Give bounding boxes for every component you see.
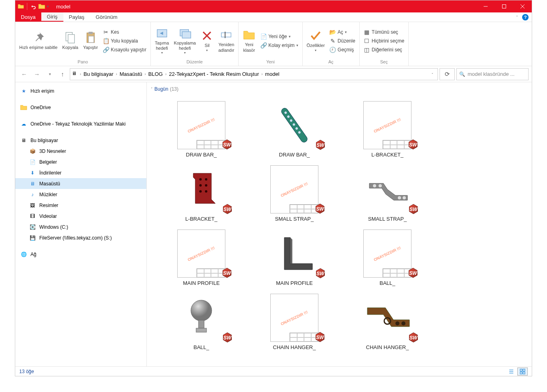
watermark: ONAYSIZDIR !!! xyxy=(280,181,308,197)
nav-onedrive[interactable]: OneDrive xyxy=(15,102,146,113)
copy-button[interactable]: Kopyala xyxy=(61,30,80,51)
chevron-right-icon[interactable]: › xyxy=(80,72,81,76)
scissors-icon: ✂ xyxy=(103,29,109,35)
breadcrumb-item[interactable]: Masaüstü xyxy=(118,71,144,77)
refresh-button[interactable]: ⟳ xyxy=(440,68,455,80)
collapse-ribbon-icon[interactable]: ˄ xyxy=(516,15,518,19)
search-icon: 🔍 xyxy=(459,71,465,77)
solidworks-badge-icon: SW xyxy=(407,267,419,279)
file-item[interactable]: ONAYSIZDIR !!! SW CHAIN HANGER_ xyxy=(248,288,341,353)
chevron-right-icon[interactable]: › xyxy=(145,72,146,76)
breadcrumb-item[interactable]: model xyxy=(263,71,281,77)
paste-shortcut-button[interactable]: 🔗Kısayolu yapıştır xyxy=(101,46,148,54)
file-item[interactable]: SW ASSY CONFIGS_ xyxy=(155,353,248,366)
file-item[interactable]: SW BALL_ xyxy=(155,288,248,353)
nav-3d-objects[interactable]: 📦3D Nesneler xyxy=(15,146,146,156)
delete-icon xyxy=(201,29,213,42)
tab-file[interactable]: Dosya xyxy=(15,12,41,22)
chevron-down-icon[interactable]: ˅ xyxy=(151,87,153,91)
group-header[interactable]: ˅ Bugün (13) xyxy=(151,86,524,92)
chevron-right-icon[interactable]: › xyxy=(261,72,263,76)
nav-downloads[interactable]: ⬇İndirilenler xyxy=(15,167,146,178)
properties-button[interactable]: Özellikler▾ xyxy=(305,28,326,53)
tab-view[interactable]: Görünüm xyxy=(90,12,123,22)
svg-rect-9 xyxy=(221,33,231,37)
file-item[interactable]: ONAYSIZDIR !!! SW DRAW BAR_ xyxy=(155,96,248,160)
nav-this-pc[interactable]: 🖥Bu bilgisayar xyxy=(15,135,146,146)
tab-share[interactable]: Paylaş xyxy=(63,12,90,22)
help-icon[interactable]: ? xyxy=(522,14,529,20)
pin-button[interactable]: Hızlı erişime sabitle xyxy=(18,30,59,51)
close-button[interactable] xyxy=(513,0,532,12)
folder-icon xyxy=(20,104,27,111)
nav-drive-c[interactable]: 💽Windows (C:) xyxy=(15,221,146,232)
open-button[interactable]: 📂Aç ▾ xyxy=(328,28,357,36)
file-item[interactable]: ONAYSIZDIR !!! SW BALL_ xyxy=(341,224,434,288)
new-folder-icon xyxy=(243,28,255,41)
nav-forward-button[interactable]: → xyxy=(31,69,43,80)
file-item[interactable]: ONAYSIZDIR !!! SW L-BRACKET_ xyxy=(341,96,434,160)
nav-onedrive-business[interactable]: ☁OneDrive - Tekyaz Teknolojik Yazilimlar… xyxy=(15,118,146,129)
file-item[interactable]: SW SMALL STRAP_ xyxy=(341,160,434,224)
ribbon-group-open: Özellikler▾ 📂Aç ▾ ✎Düzenle 🕘Geçmiş Aç xyxy=(303,22,360,66)
breadcrumb-item[interactable]: BLOG xyxy=(147,71,164,77)
nav-desktop[interactable]: 🖥Masaüstü xyxy=(15,178,146,189)
nav-up-button[interactable]: ↑ xyxy=(57,69,68,80)
title-bar: ▾ model xyxy=(15,0,532,12)
minimize-button[interactable] xyxy=(476,0,495,12)
qat-dropdown-icon[interactable]: ▾ xyxy=(47,4,49,8)
new-item-button[interactable]: 📄Yeni öğe ▾ xyxy=(259,32,300,41)
nav-quick-access[interactable]: ★Hızlı erişim xyxy=(15,85,146,96)
folder-icon[interactable] xyxy=(38,3,45,10)
file-item[interactable]: SW L-BRACKET_ xyxy=(155,160,248,224)
file-thumbnail: ONAYSIZDIR !!! SW xyxy=(363,230,411,278)
easy-access-button[interactable]: 🔗Kolay erişim ▾ xyxy=(259,41,300,49)
view-large-icons-button[interactable] xyxy=(517,368,528,376)
svg-text:SW: SW xyxy=(223,335,232,341)
cut-button[interactable]: ✂Kes xyxy=(101,28,148,36)
nav-music[interactable]: ♪Müzikler xyxy=(15,189,146,200)
paste-button[interactable]: Yapıştır xyxy=(81,30,99,51)
history-button[interactable]: 🕘Geçmiş xyxy=(328,46,357,54)
file-item[interactable]: ONAYSIZDIR !!! SW MAIN PROFILE xyxy=(155,224,248,288)
nav-documents[interactable]: 📄Belgeler xyxy=(15,156,146,167)
edit-button[interactable]: ✎Düzenle xyxy=(328,37,357,45)
breadcrumb[interactable]: 🖥 › Bu bilgisayar › Masaüstü › BLOG › 22… xyxy=(70,68,438,80)
delete-button[interactable]: Sil▾ xyxy=(199,28,215,53)
tab-home[interactable]: Giriş xyxy=(41,12,63,22)
file-item[interactable]: SW MAIN PROFILE xyxy=(248,224,341,288)
search-input[interactable]: 🔍 model klasöründe ... xyxy=(456,68,529,80)
file-item[interactable]: ONAYSIZDIR !!! SW SMALL STRAP_ xyxy=(248,160,341,224)
nav-recent-dropdown[interactable]: ▾ xyxy=(44,69,55,80)
document-icon: 📄 xyxy=(29,158,36,166)
move-to-button[interactable]: Taşıma hedefi▾ xyxy=(153,26,170,55)
breadcrumb-item[interactable]: Bu bilgisayar xyxy=(82,71,115,77)
undo-icon[interactable] xyxy=(30,3,36,10)
breadcrumb-item[interactable]: 22-TekyazXpert - Teknik Resim Oluştur xyxy=(167,71,260,77)
status-bar: 13 öğe xyxy=(15,366,532,376)
content-pane[interactable]: ˅ Bugün (13) ONAYSIZDIR !!! SW DRAW BAR_… xyxy=(147,82,532,366)
select-all-button[interactable]: ▦Tümünü seç xyxy=(362,28,406,36)
rename-button[interactable]: Yeniden adlandır xyxy=(217,28,236,53)
nav-drive-s[interactable]: 💾FileServer (\\files.tekyaz.com) (S:) xyxy=(15,232,146,243)
new-folder-button[interactable]: Yeni klasör xyxy=(241,28,257,53)
maximize-button[interactable] xyxy=(495,0,513,12)
nav-back-button[interactable]: ← xyxy=(18,69,30,80)
view-details-button[interactable] xyxy=(506,368,517,376)
chevron-right-icon[interactable]: › xyxy=(116,72,117,76)
copy-to-button[interactable]: Kopyalama hedefi▾ xyxy=(172,26,197,55)
file-item[interactable]: SW CHAIN HANGER_ xyxy=(341,288,434,353)
nav-pane[interactable]: ★Hızlı erişim OneDrive ☁OneDrive - Tekya… xyxy=(15,82,147,366)
nav-videos[interactable]: 🎞Videolar xyxy=(15,211,146,221)
solidworks-badge-icon: SW xyxy=(221,203,233,215)
nav-pictures[interactable]: 🖼Resimler xyxy=(15,200,146,211)
file-item[interactable]: SW DRAW BAR_ xyxy=(248,96,341,160)
invert-selection-button[interactable]: ◫Diğerlerini seç xyxy=(362,46,406,54)
nav-network[interactable]: 🌐Ağ xyxy=(15,249,146,260)
select-none-button[interactable]: ☐Hiçbirini seçme xyxy=(362,37,406,45)
video-icon: 🎞 xyxy=(29,213,36,220)
chevron-right-icon[interactable]: › xyxy=(165,72,166,76)
copy-path-button[interactable]: 📋Yolu kopyala xyxy=(101,37,148,45)
copy-to-icon xyxy=(178,27,191,40)
breadcrumb-dropdown[interactable]: ˅ xyxy=(429,71,436,77)
